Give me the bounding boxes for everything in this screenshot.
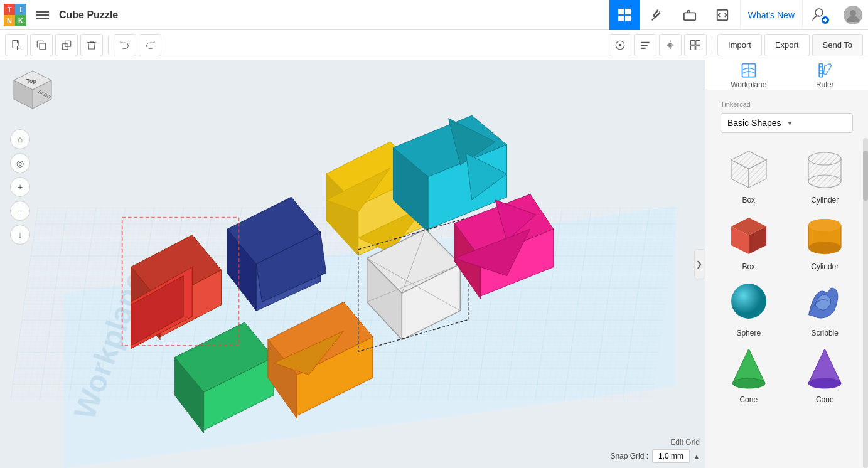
toolbar-separator-2	[712, 36, 712, 54]
svg-rect-0	[618, 9, 624, 14]
svg-rect-29	[696, 40, 700, 45]
shape-icon-cylinder-wire	[796, 143, 853, 193]
shapes-library-header: Tinkercad Basic Shapes ▼	[705, 90, 868, 138]
svg-rect-31	[696, 45, 700, 50]
shape-label-cylinder-wire: Cylinder	[811, 196, 839, 205]
svg-point-21	[619, 43, 622, 46]
workplane-tool-button[interactable]: Workplane	[710, 60, 787, 90]
ruler-icon	[816, 61, 833, 79]
shape-item-cone-purple[interactable]: Cone	[790, 343, 861, 404]
logo-t: T	[4, 4, 15, 15]
logo-k: K	[15, 15, 26, 26]
viewport[interactable]: Top RIGHT ⌂ ◎ + − ↓	[0, 60, 705, 468]
briefcase-button[interactable]	[675, 0, 705, 30]
top-navigation: T I N K Cube Puzzle	[0, 0, 868, 30]
workplane-icon	[740, 61, 758, 79]
duplicate-button[interactable]	[55, 34, 78, 56]
grid-icon	[618, 8, 631, 22]
svg-rect-5	[684, 13, 695, 20]
ruler-tool-button[interactable]: Ruler	[787, 60, 864, 90]
view-tool-2[interactable]	[634, 34, 656, 56]
shape-item-cylinder-wire[interactable]: Cylinder	[790, 143, 861, 205]
svg-point-95	[808, 175, 841, 188]
edit-grid-button[interactable]: Edit Grid	[670, 438, 700, 447]
grid-view-button[interactable]	[609, 0, 640, 30]
hamburger-icon	[36, 9, 49, 21]
toolbar: Import Export Send To	[0, 30, 868, 60]
panel-scrollbar[interactable]	[863, 138, 868, 468]
add-user-button[interactable]	[805, 0, 835, 30]
shape-icon-cone-green	[721, 343, 777, 393]
svg-rect-24	[641, 47, 646, 48]
undo-button[interactable]	[114, 34, 136, 56]
code-brackets-icon	[715, 8, 729, 22]
add-user-icon	[810, 5, 830, 25]
tinkercad-header-label: Tinkercad	[713, 95, 860, 110]
svg-rect-1	[625, 9, 631, 14]
code-button[interactable]	[707, 0, 737, 30]
send-to-button[interactable]: Send To	[812, 34, 863, 56]
panel-scrollbar-thumb[interactable]	[863, 151, 868, 201]
duplicate-icon	[61, 40, 72, 51]
svg-rect-23	[641, 45, 648, 46]
shape-icon-box-wire	[721, 143, 777, 193]
shape-item-cone-green[interactable]: Cone	[713, 343, 785, 404]
collapse-arrow-icon: ❯	[696, 260, 702, 269]
shape-icon-scribble-blue	[796, 276, 853, 326]
toolbar-right-section: Import Export Send To	[609, 34, 863, 56]
shape-icon-cylinder-orange	[796, 210, 853, 260]
logo-n: N	[4, 15, 15, 26]
svg-rect-2	[618, 16, 624, 21]
shapes-category-dropdown[interactable]: Basic Shapes ▼	[721, 113, 853, 133]
whats-new-button[interactable]: What's New	[740, 0, 803, 30]
snap-grid-label: Snap Grid :	[610, 452, 648, 460]
snap-grid-input[interactable]	[652, 449, 690, 463]
shape-label-cone-purple: Cone	[816, 395, 834, 404]
ruler-tool-label: Ruler	[816, 80, 834, 89]
svg-rect-28	[691, 40, 695, 45]
snap-grid-dropdown-button[interactable]: ▲	[694, 453, 700, 460]
shape-item-box-wire[interactable]: Box	[713, 143, 785, 205]
shape-label-cylinder-orange: Cylinder	[811, 262, 839, 271]
view-tool-1[interactable]	[609, 34, 631, 56]
shape-label-box-red: Box	[742, 262, 755, 271]
svg-point-104	[808, 219, 841, 231]
export-button[interactable]: Export	[764, 34, 810, 56]
shape-label-cone-green: Cone	[739, 395, 758, 404]
bottom-status-bar: Edit Grid Snap Grid : ▲	[610, 438, 700, 463]
svg-point-103	[808, 242, 841, 254]
shape-item-box-red[interactable]: Box	[713, 210, 785, 271]
user-avatar-button[interactable]	[838, 0, 868, 30]
shape-item-sphere-teal[interactable]: Sphere	[713, 276, 785, 338]
new-button[interactable]	[5, 34, 28, 56]
redo-button[interactable]	[139, 34, 161, 56]
delete-button[interactable]	[80, 34, 103, 56]
view-tool-4[interactable]	[684, 34, 707, 56]
shape-item-cylinder-orange[interactable]: Cylinder	[790, 210, 861, 271]
svg-point-109	[808, 378, 841, 388]
briefcase-icon	[683, 8, 697, 22]
import-button[interactable]: Import	[717, 34, 762, 56]
3d-scene: Workplane	[0, 60, 705, 468]
pickaxe-button[interactable]	[642, 0, 672, 30]
logo-i: I	[15, 4, 26, 15]
pickaxe-icon	[650, 8, 664, 22]
delete-icon	[86, 40, 97, 51]
svg-line-4	[652, 16, 656, 20]
tinkercad-logo[interactable]: T I N K	[0, 0, 30, 30]
dropdown-arrow-icon: ▼	[787, 120, 847, 127]
nav-right-icons: What's New	[609, 0, 868, 30]
shapes-category-label: Basic Shapes	[727, 118, 787, 128]
shapes-grid: Box	[705, 138, 868, 409]
svg-rect-3	[625, 16, 631, 21]
svg-rect-22	[641, 41, 650, 43]
shape-item-scribble-blue[interactable]: Scribble	[790, 276, 861, 338]
panel-toolbar: Workplane Ruler	[705, 60, 868, 90]
view-tool-3[interactable]	[659, 34, 682, 56]
copy-button[interactable]	[30, 34, 53, 56]
hamburger-menu-button[interactable]	[30, 0, 55, 30]
shape-label-scribble-blue: Scribble	[812, 329, 839, 338]
svg-marker-27	[670, 42, 674, 48]
panel-collapse-arrow[interactable]: ❯	[694, 249, 704, 279]
mirror-tool-icon	[665, 40, 676, 51]
